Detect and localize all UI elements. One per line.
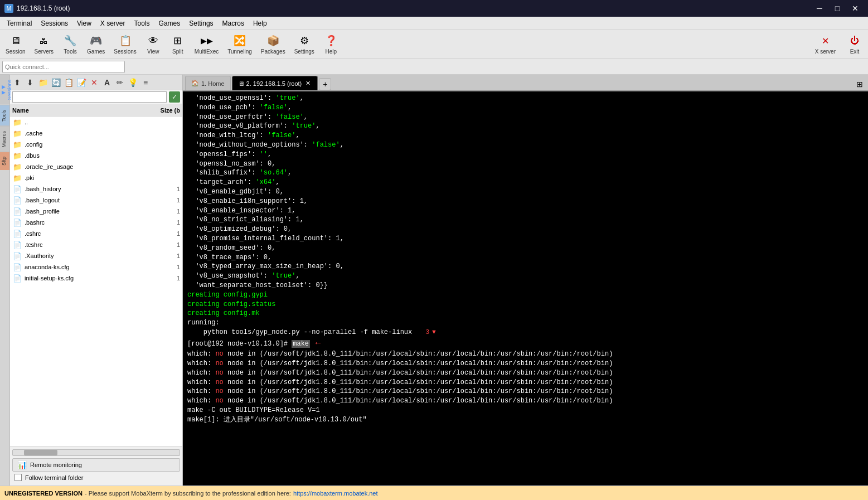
lpt-up-btn[interactable]: ⬆ xyxy=(11,76,23,89)
new-tab-button[interactable]: + xyxy=(319,78,331,90)
list-item[interactable]: 📁.config xyxy=(10,139,182,150)
close-button[interactable]: ✕ xyxy=(847,2,864,14)
toolbar-settings[interactable]: ⚙ Settings xyxy=(291,33,318,56)
toolbar-packages[interactable]: 📦 Packages xyxy=(258,33,289,56)
horizontal-scrollbar[interactable] xyxy=(12,449,180,456)
list-item[interactable]: 📄.tcshrc1 xyxy=(10,239,182,250)
terminal-line: 'target_arch': 'x64', xyxy=(187,178,864,187)
tab-home[interactable]: 🏠 1. Home xyxy=(185,76,231,90)
settings-label: Settings xyxy=(294,48,314,55)
terminal-line: 'node_with_ltcg': 'false', xyxy=(187,131,864,140)
menu-bar: Terminal Sessions View X server Tools Ga… xyxy=(0,17,868,30)
list-item[interactable]: 📁.cache xyxy=(10,128,182,139)
multiexec-label: MultiExec xyxy=(195,48,219,55)
toolbar-split[interactable]: ⊞ Split xyxy=(167,33,189,56)
help-icon: ❓ xyxy=(324,34,338,47)
menu-games[interactable]: Games xyxy=(154,18,185,28)
col-size[interactable]: Size (b xyxy=(149,107,182,114)
toolbar-sessions[interactable]: 📋 Sessions xyxy=(110,33,140,56)
folder-icon: 📁 xyxy=(12,117,22,127)
tools-label: Tools xyxy=(64,48,76,55)
menu-settings[interactable]: Settings xyxy=(185,18,217,28)
lpt-delete-btn[interactable]: ✕ xyxy=(88,76,100,89)
toolbar-servers[interactable]: 🖧 Servers xyxy=(31,33,57,56)
sidebar-toggle-button[interactable]: ⊞ xyxy=(854,78,866,90)
lpt-light-btn[interactable]: 💡 xyxy=(127,76,139,89)
minimize-button[interactable]: ─ xyxy=(811,2,828,14)
maximize-button[interactable]: □ xyxy=(829,2,846,14)
menu-view[interactable]: View xyxy=(72,18,96,28)
settings-icon: ⚙ xyxy=(298,34,311,47)
toolbar-help[interactable]: ❓ Help xyxy=(320,33,342,56)
toolbar-multiexec[interactable]: ▶▶ MultiExec xyxy=(191,33,222,56)
toolbar-exit[interactable]: ⏻ Exit xyxy=(843,33,866,56)
menu-help[interactable]: Help xyxy=(249,18,271,28)
list-item[interactable]: 📄anaconda-ks.cfg1 xyxy=(10,261,182,273)
toolbar-xserver[interactable]: ✕ X server xyxy=(812,33,839,56)
list-item[interactable]: 📄.bash_logout1 xyxy=(10,195,182,206)
menu-terminal[interactable]: Terminal xyxy=(2,18,36,28)
lpt-menu-btn[interactable]: ≡ xyxy=(139,76,152,89)
tab-bar: 🏠 1. Home 🖥 2. 192.168.1.5 (root) ✕ + ⊞ xyxy=(183,75,868,91)
app-icon: M xyxy=(4,4,13,13)
list-item[interactable]: 📁.. xyxy=(10,116,182,128)
terminal[interactable]: 'node_use_openssl': 'true', 'node_use_pc… xyxy=(183,91,868,486)
window-controls: ─ □ ✕ xyxy=(811,2,864,14)
file-size: 1 xyxy=(147,186,180,192)
side-tab-tools[interactable]: Tools xyxy=(0,105,9,126)
toolbar-tools[interactable]: 🔧 Tools xyxy=(59,33,81,56)
list-item[interactable]: 📁.oracle_jre_usage xyxy=(10,161,182,172)
toolbar-tunneling[interactable]: 🔀 Tunneling xyxy=(224,33,255,56)
file-icon: 📄 xyxy=(12,262,22,272)
side-tab-sftp[interactable]: Sftp xyxy=(0,152,9,170)
list-item[interactable]: 📄initial-setup-ks.cfg1 xyxy=(10,273,182,284)
list-item[interactable]: 📄.cshrc1 xyxy=(10,228,182,239)
terminal-line: 'v8_enable_inspector': 1, xyxy=(187,206,864,216)
terminal-line: make -C out BUILDTYPE=Release V=1 xyxy=(187,406,864,415)
list-item[interactable]: 📁.pki xyxy=(10,172,182,183)
col-name[interactable]: Name xyxy=(10,107,149,114)
lpt-text-btn[interactable]: A xyxy=(101,76,113,89)
list-item[interactable]: 📄.Xauthority1 xyxy=(10,250,182,261)
quick-connect-input[interactable] xyxy=(2,61,125,73)
menu-sessions[interactable]: Sessions xyxy=(36,18,72,28)
list-item[interactable]: 📄.bashrc1 xyxy=(10,217,182,228)
path-input[interactable]: /root/ xyxy=(12,91,167,103)
file-size: 1 xyxy=(147,264,180,270)
lpt-new-folder-btn[interactable]: 📁 xyxy=(37,76,49,89)
side-tab-sessions[interactable]: ◀◀Sessions xyxy=(0,75,9,105)
menu-xserver[interactable]: X server xyxy=(96,18,130,28)
lpt-down-btn[interactable]: ⬇ xyxy=(24,76,36,89)
toolbar-view[interactable]: 👁 View xyxy=(142,33,164,56)
terminal-line: 'v8_enable_gdbjit': 0, xyxy=(187,187,864,197)
toolbar-session[interactable]: 🖥 Session xyxy=(2,33,29,56)
remote-monitoring-button[interactable]: 📊 Remote monitoring xyxy=(12,458,180,472)
path-bar: /root/ ✓ xyxy=(10,90,182,104)
path-go-button[interactable]: ✓ xyxy=(169,91,180,103)
terminal-line: python tools/gyp_node.py --no-parallel -… xyxy=(187,328,864,337)
lpt-pencil-btn[interactable]: ✏ xyxy=(114,76,126,89)
packages-icon: 📦 xyxy=(266,34,280,47)
status-text: - Please support MobaXterm by subscribin… xyxy=(85,490,291,497)
lpt-refresh-btn[interactable]: 🔄 xyxy=(50,76,62,89)
servers-label: Servers xyxy=(35,48,54,55)
list-item[interactable]: 📄.bash_history1 xyxy=(10,183,182,195)
terminal-line: which: no node in (/usr/soft/jdk1.8.0_11… xyxy=(187,368,864,378)
status-link[interactable]: https://mobaxterm.mobatek.net xyxy=(293,490,378,497)
tab-ssh[interactable]: 🖥 2. 192.168.1.5 (root) ✕ xyxy=(232,76,318,90)
list-item[interactable]: 📄.bash_profile1 xyxy=(10,206,182,217)
menu-macros[interactable]: Macros xyxy=(218,18,249,28)
follow-folder-checkbox[interactable] xyxy=(14,474,22,481)
file-name: .cshrc xyxy=(25,230,147,237)
lpt-edit-btn[interactable]: 📝 xyxy=(75,76,88,89)
view-label: View xyxy=(147,48,159,55)
toolbar-games[interactable]: 🎮 Games xyxy=(84,33,108,56)
terminal-line: 'v8_promise_internal_field_count': 1, xyxy=(187,234,864,244)
menu-tools[interactable]: Tools xyxy=(130,18,154,28)
side-tab-macros[interactable]: Macros xyxy=(0,126,9,152)
list-item[interactable]: 📁.dbus xyxy=(10,150,182,161)
tunneling-label: Tunneling xyxy=(227,48,252,55)
lpt-copy-btn[interactable]: 📋 xyxy=(62,76,75,89)
tab-ssh-icon: 🖥 xyxy=(238,80,244,87)
tab-close-button[interactable]: ✕ xyxy=(304,80,312,88)
